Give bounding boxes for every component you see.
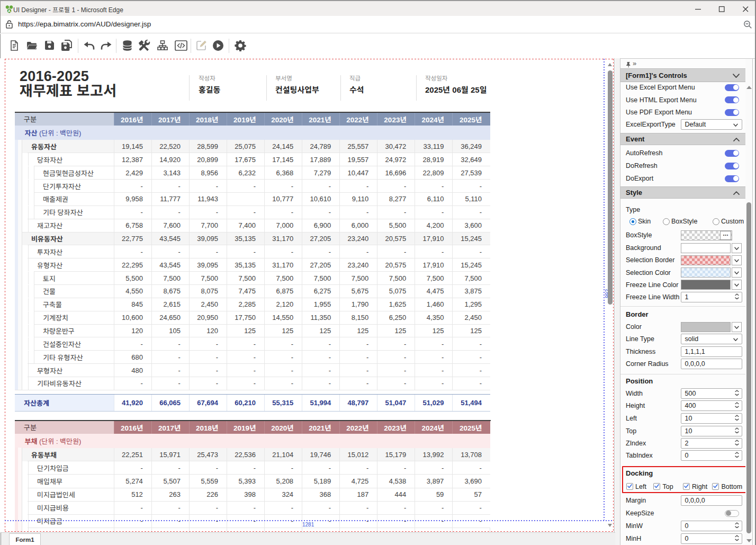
svg-text:A: A — [8, 8, 11, 13]
